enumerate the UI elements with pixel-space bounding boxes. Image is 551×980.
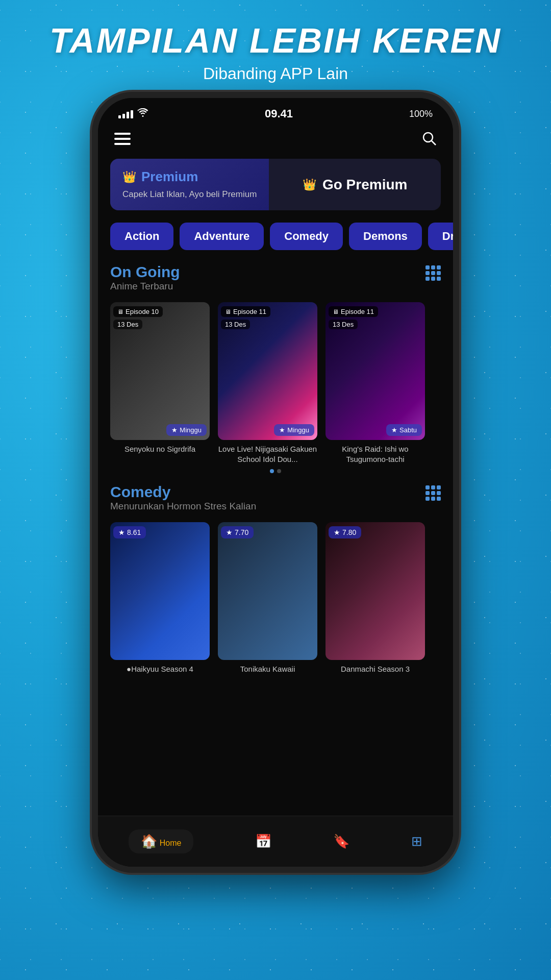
grid-dot-2 — [437, 265, 441, 270]
rating-value: 7.80 — [342, 528, 356, 536]
card-title: Love Live! Nijigasaki Gakuen School Idol… — [218, 444, 317, 464]
star-icon: ★ — [334, 528, 340, 536]
ongoing-card[interactable]: 🖥 Episode 10 13 Des ★ Minggu Senyoku no … — [110, 302, 210, 464]
ongoing-grid-button[interactable] — [425, 265, 441, 281]
nav-icon-schedule: 📅 — [255, 834, 271, 849]
day-text: Minggu — [180, 426, 202, 434]
day-badge: ★ Sabtu — [386, 424, 422, 436]
genre-tab-demons[interactable]: Demons — [349, 223, 422, 250]
phone-frame: 09.41 100% — [92, 92, 459, 873]
ongoing-card[interactable]: 🖥 Episode 11 13 Des ★ Sabtu King's Raid:… — [325, 302, 425, 464]
grid-dot-5 — [437, 491, 441, 495]
search-button[interactable] — [421, 131, 437, 150]
nav-label-home: Home — [160, 839, 182, 847]
card-thumbnail: ★ 8.61 — [110, 522, 210, 660]
scroll-content[interactable]: 👑 Premium Capek Liat Iklan, Ayo beli Pre… — [98, 155, 453, 867]
episode-badge: 🖥 Episode 10 — [113, 306, 163, 317]
page-header: TAMPILAN LEBIH KEREN Dibanding APP Lain — [0, 20, 551, 83]
status-bar: 09.41 100% — [98, 98, 453, 126]
grid-dot-5 — [437, 271, 441, 275]
premium-label-text: Premium — [141, 169, 198, 185]
comedy-subtitle: Menurunkan Hormon Stres Kalian — [110, 501, 256, 512]
signal-bar-4 — [131, 110, 133, 118]
premium-banner[interactable]: 👑 Premium Capek Liat Iklan, Ayo beli Pre… — [110, 159, 441, 210]
star-icon: ★ — [118, 528, 125, 536]
app-header — [98, 126, 453, 155]
episode-text: Episode 11 — [233, 308, 266, 315]
nav-item-grid[interactable]: ⊞ — [411, 834, 422, 849]
home-tab-background: 🏠 Home — [129, 829, 193, 853]
grid-dot-7 — [431, 277, 435, 281]
grid-dot-1 — [431, 265, 435, 270]
date-badge: 13 Des — [113, 320, 142, 329]
card-title: Danmachi Season 3 — [325, 664, 425, 674]
monitor-icon: 🖥 — [225, 308, 231, 315]
ongoing-cards-row: 🖥 Episode 10 13 Des ★ Minggu Senyoku no … — [110, 302, 441, 464]
premium-right[interactable]: 👑 Go Premium — [269, 166, 441, 203]
nav-icon-grid: ⊞ — [411, 834, 422, 849]
signal-bars — [118, 109, 133, 118]
genre-tab-drama[interactable]: Drama — [428, 223, 453, 250]
episode-text: Episode 10 — [126, 308, 159, 315]
ongoing-subtitle: Anime Terbaru — [110, 281, 180, 292]
signal-bar-2 — [122, 114, 125, 118]
card-thumbnail: 🖥 Episode 11 13 Des ★ Minggu — [218, 302, 317, 440]
grid-dot-3 — [425, 271, 430, 275]
comedy-card[interactable]: ★ 7.70 Tonikaku Kawaii — [218, 522, 317, 674]
grid-dot-7 — [431, 497, 435, 501]
comedy-card[interactable]: ★ 7.80 Danmachi Season 3 — [325, 522, 425, 674]
status-time: 09.41 — [265, 107, 293, 120]
card-thumbnail: ★ 7.70 — [218, 522, 317, 660]
monitor-icon: 🖥 — [333, 308, 339, 315]
grid-dot-3 — [425, 491, 430, 495]
nav-item-schedule[interactable]: 📅 — [255, 834, 271, 849]
rating-value: 8.61 — [127, 528, 141, 536]
dot-1 — [270, 469, 274, 473]
comedy-section: Comedy Menurunkan Hormon Stres Kalian ★ … — [98, 478, 453, 674]
day-badge: ★ Minggu — [166, 424, 207, 436]
star-icon: ★ — [171, 426, 178, 434]
date-badge: 13 Des — [221, 320, 250, 329]
grid-dot-4 — [431, 491, 435, 495]
episode-badge: 🖥 Episode 11 — [221, 306, 270, 317]
grid-dot-0 — [425, 485, 430, 489]
signal-bar-1 — [118, 115, 121, 118]
card-title: Senyoku no Sigrdrifa — [110, 444, 210, 454]
header-title: TAMPILAN LEBIH KEREN — [0, 20, 551, 60]
comedy-grid-button[interactable] — [425, 485, 441, 501]
rating-badge: ★ 8.61 — [113, 526, 146, 538]
nav-item-bookmark[interactable]: 🔖 — [333, 834, 349, 849]
grid-dot-2 — [437, 485, 441, 489]
premium-label: 👑 Premium — [122, 169, 198, 185]
ongoing-section: On Going Anime Terbaru 🖥 Episode 10 13 D… — [98, 258, 453, 478]
grid-dot-8 — [437, 497, 441, 501]
card-thumbnail: 🖥 Episode 10 13 Des ★ Minggu — [110, 302, 210, 440]
rating-value: 7.70 — [235, 528, 248, 536]
phone-screen: 09.41 100% — [98, 98, 453, 867]
genre-tab-action[interactable]: Action — [110, 223, 173, 250]
menu-icon[interactable] — [114, 132, 131, 149]
bottom-nav: 🏠 Home 📅 🔖 ⊞ — [98, 816, 453, 867]
ongoing-card[interactable]: 🖥 Episode 11 13 Des ★ Minggu Love Live! … — [218, 302, 317, 464]
card-title: ●Haikyuu Season 4 — [110, 664, 210, 674]
day-text: Minggu — [287, 426, 309, 434]
svg-line-4 — [432, 141, 436, 145]
svg-rect-0 — [114, 133, 131, 135]
rating-badge: ★ 7.80 — [329, 526, 361, 538]
status-battery: 100% — [409, 109, 433, 119]
grid-dot-0 — [425, 265, 430, 270]
svg-point-3 — [423, 133, 433, 142]
genre-tab-adventure[interactable]: Adventure — [180, 223, 264, 250]
card-title: King's Raid: Ishi wo Tsugumono-tachi — [325, 444, 425, 464]
star-icon: ★ — [226, 528, 233, 536]
premium-left: 👑 Premium Capek Liat Iklan, Ayo beli Pre… — [110, 159, 269, 210]
star-icon: ★ — [391, 426, 397, 434]
nav-item-home[interactable]: 🏠 Home — [129, 829, 193, 853]
go-premium-text: Go Premium — [322, 177, 407, 193]
rating-badge: ★ 7.70 — [221, 526, 254, 538]
genre-tab-comedy[interactable]: Comedy — [270, 223, 343, 250]
crown-icon-left: 👑 — [122, 170, 136, 184]
card-thumbnail: ★ 7.80 — [325, 522, 425, 660]
section-dots — [110, 464, 441, 478]
comedy-card[interactable]: ★ 8.61 ●Haikyuu Season 4 — [110, 522, 210, 674]
